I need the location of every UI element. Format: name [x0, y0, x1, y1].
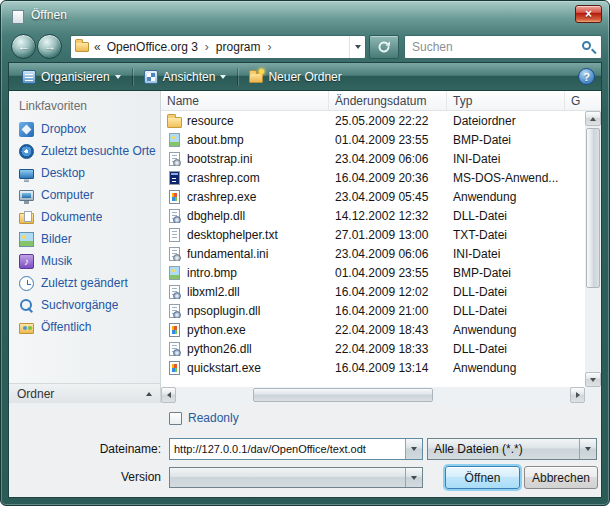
sidebar-item[interactable]: Dokumente [9, 206, 160, 228]
file-row[interactable]: intro.bmp 01.04.2009 23:55 BMP-Datei [161, 263, 585, 282]
file-row[interactable]: quickstart.exe 16.04.2009 13:14 Anwendun… [161, 358, 585, 377]
file-row[interactable]: python.exe 22.04.2009 18:43 Anwendung [161, 320, 585, 339]
arrow-up-icon [590, 117, 596, 121]
column-header-type[interactable]: Typ [447, 91, 565, 110]
chevron-down-icon [585, 447, 591, 451]
sidebar-item-label: Desktop [41, 166, 85, 180]
search-box [404, 35, 602, 59]
breadcrumb-item[interactable]: program [214, 40, 263, 54]
readonly-checkbox[interactable] [169, 412, 182, 425]
file-name: npsoplugin.dll [187, 304, 260, 318]
file-row[interactable]: resource 25.05.2009 22:22 Dateiordner [161, 111, 585, 130]
views-icon [144, 70, 158, 84]
sidebar: Linkfavoriten Dropbox Zuletzt besuchte O… [9, 91, 161, 403]
file-row[interactable]: crashrep.com 16.04.2009 20:36 MS-DOS-Anw… [161, 168, 585, 187]
breadcrumb-item[interactable]: OpenOffice.org 3 [105, 40, 200, 54]
sidebar-item-icon [19, 323, 34, 334]
back-button[interactable]: ← [11, 34, 36, 59]
horizontal-scroll-thumb[interactable] [253, 388, 433, 402]
vertical-scrollbar[interactable] [585, 111, 601, 387]
breadcrumb-overflow-chevrons[interactable]: « [94, 40, 101, 54]
file-date: 22.04.2009 18:43 [329, 323, 447, 337]
breadcrumb: « OpenOffice.org 3 › program › [70, 35, 366, 59]
version-combobox[interactable] [169, 467, 423, 488]
folders-expander[interactable]: Ordner [9, 383, 160, 403]
file-name-cell: fundamental.ini [161, 246, 329, 261]
new-folder-button[interactable]: Neuer Ordner [242, 67, 348, 87]
help-icon: ? [583, 71, 590, 83]
file-type: DLL-Datei [447, 285, 565, 299]
scroll-up-button[interactable] [585, 111, 601, 126]
scroll-down-button[interactable] [585, 372, 601, 387]
help-button[interactable]: ? [578, 68, 595, 85]
file-name-cell: bootstrap.ini [161, 151, 329, 166]
filetype-dropdown-button[interactable] [579, 439, 596, 459]
file-row[interactable]: desktophelper.txt 27.01.2009 13:00 TXT-D… [161, 225, 585, 244]
file-row[interactable]: fundamental.ini 23.04.2009 06:06 INI-Dat… [161, 244, 585, 263]
organize-button[interactable]: Organisieren [15, 67, 128, 87]
scroll-right-button[interactable] [570, 387, 585, 403]
organize-icon [22, 70, 36, 84]
close-button[interactable]: × [575, 5, 602, 23]
filename-input[interactable] [170, 443, 405, 455]
open-button[interactable]: Öffnen [445, 466, 520, 489]
open-dialog-window: Öffnen × ← → « OpenOffice.org 3 › progra… [0, 0, 610, 506]
breadcrumb-separator[interactable]: › [268, 40, 272, 54]
sidebar-item-label: Zuletzt geändert [41, 276, 128, 290]
file-name: bootstrap.ini [187, 152, 252, 166]
sidebar-item[interactable]: Suchvorgänge [9, 294, 160, 316]
filename-dropdown-button[interactable] [405, 439, 422, 459]
file-date: 23.04.2009 06:06 [329, 152, 447, 166]
column-header-date[interactable]: Änderungsdatum [329, 91, 447, 110]
search-input[interactable] [405, 36, 575, 58]
sidebar-item[interactable]: Zuletzt geändert [9, 272, 160, 294]
sidebar-item[interactable]: Computer [9, 184, 160, 206]
sidebar-item[interactable]: Öffentlich [9, 316, 160, 338]
new-folder-label: Neuer Ordner [268, 70, 341, 84]
file-name: crashrep.exe [187, 190, 256, 204]
file-row[interactable]: python26.dll 22.04.2009 18:33 DLL-Datei [161, 339, 585, 358]
refresh-button[interactable] [369, 35, 399, 59]
filetype-combobox[interactable]: Alle Dateien (*.*) [427, 438, 597, 460]
scroll-left-button[interactable] [161, 387, 176, 403]
form-area: Readonly Dateiname: Alle Dateien (*.*) V… [9, 403, 601, 497]
sidebar-item-icon [19, 169, 34, 179]
version-dropdown-button[interactable] [405, 468, 422, 487]
file-name-cell: crashrep.exe [161, 189, 329, 204]
breadcrumb-separator[interactable]: › [205, 40, 209, 54]
sidebar-item[interactable]: Zuletzt besuchte Orte [9, 140, 160, 162]
file-row[interactable]: about.bmp 01.04.2009 23:55 BMP-Datei [161, 130, 585, 149]
file-row[interactable]: npsoplugin.dll 16.04.2009 21:00 DLL-Date… [161, 301, 585, 320]
file-date: 16.04.2009 12:02 [329, 285, 447, 299]
views-button[interactable]: Ansichten [137, 67, 234, 87]
file-date: 25.05.2009 22:22 [329, 114, 447, 128]
column-header-size[interactable]: G [565, 91, 601, 110]
file-row[interactable]: bootstrap.ini 23.04.2009 06:06 INI-Datei [161, 149, 585, 168]
cancel-button[interactable]: Abbrechen [524, 466, 598, 489]
file-name-cell: libxml2.dll [161, 284, 329, 299]
file-type: TXT-Datei [447, 228, 565, 242]
file-name-cell: quickstart.exe [161, 360, 329, 375]
sidebar-item[interactable]: Dropbox [9, 118, 160, 140]
sidebar-item-icon [19, 232, 34, 247]
horizontal-scrollbar[interactable] [161, 387, 585, 403]
vertical-scroll-thumb[interactable] [586, 128, 600, 288]
search-icon [582, 41, 591, 50]
sidebar-item[interactable]: Desktop [9, 162, 160, 184]
refresh-icon [377, 40, 391, 54]
file-row[interactable]: dbghelp.dll 14.12.2002 12:32 DLL-Datei [161, 206, 585, 225]
forward-button[interactable]: → [37, 34, 62, 59]
breadcrumb-dropdown-button[interactable] [349, 36, 365, 58]
sidebar-item[interactable]: Musik [9, 250, 160, 272]
file-list: Name Änderungsdatum Typ G resou [161, 91, 601, 403]
sidebar-item[interactable]: Bilder [9, 228, 160, 250]
column-header-name[interactable]: Name [161, 91, 329, 110]
file-date: 23.04.2009 06:06 [329, 247, 447, 261]
file-row[interactable]: libxml2.dll 16.04.2009 12:02 DLL-Datei [161, 282, 585, 301]
file-name-cell: crashrep.com [161, 170, 329, 185]
file-row[interactable]: crashrep.exe 23.04.2009 05:45 Anwendung [161, 187, 585, 206]
readonly-label[interactable]: Readonly [188, 411, 239, 425]
sidebar-item-icon [19, 190, 34, 201]
file-icon [169, 304, 180, 318]
sidebar-item-icon [19, 254, 34, 269]
